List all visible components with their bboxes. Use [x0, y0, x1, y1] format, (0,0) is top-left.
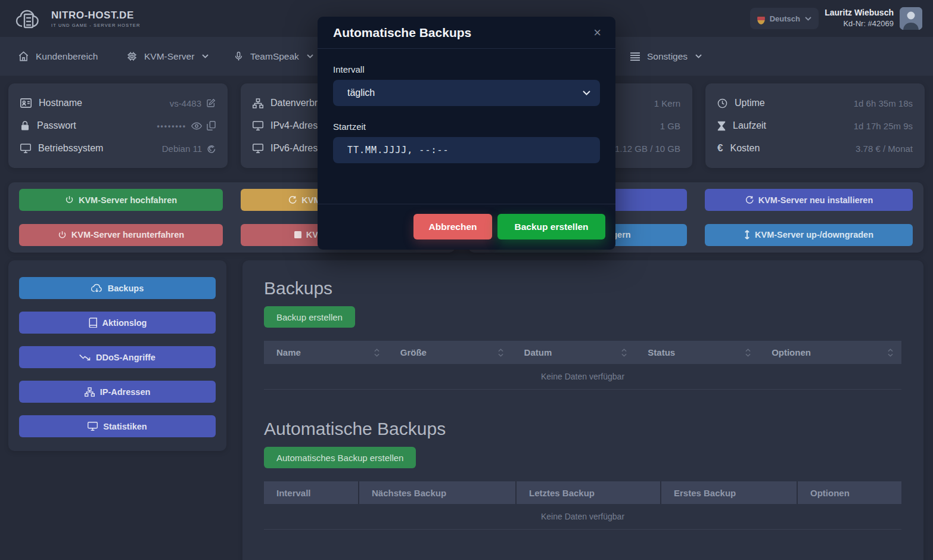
backups-title: Backups	[264, 278, 901, 298]
power-icon	[58, 231, 67, 239]
chevron-down-icon	[805, 17, 811, 21]
restart-icon	[288, 195, 297, 204]
uptime-label: Uptime	[735, 98, 765, 108]
sidebar-item-ddos[interactable]: DDoS-Angriffe	[19, 346, 216, 368]
kvm-reinstall-button[interactable]: KVM-Server neu installieren	[705, 189, 913, 211]
create-auto-backup-button[interactable]: Automatisches Backup erstellen	[264, 447, 416, 468]
password-value: ••••••••	[157, 122, 186, 130]
power-icon	[65, 195, 74, 204]
column-header-optionen[interactable]: Optionen	[798, 481, 900, 504]
column-header-optionen[interactable]: Optionen	[759, 341, 901, 364]
language-selector[interactable]: Deutsch	[750, 8, 819, 29]
stop-icon	[294, 231, 301, 238]
create-backup-button[interactable]: Backup erstellen	[264, 306, 355, 328]
trend-down-icon	[79, 354, 91, 361]
network-icon	[253, 98, 263, 108]
close-icon[interactable]: ×	[593, 26, 601, 39]
start-time-label: Startzeit	[333, 122, 600, 132]
sidebar-item-statistiken[interactable]: Statistiken	[19, 415, 216, 437]
column-header-naechstes-backup[interactable]: Nächstes Backup	[359, 481, 517, 504]
uptime-row: Uptime 1d 6h 35m 18s	[717, 92, 913, 114]
hostname-value: vs-4483	[170, 98, 201, 108]
nav-item-kvm-server[interactable]: KVM-Server	[126, 37, 209, 76]
brand-name: NITRO-HOST.DE	[51, 10, 140, 21]
id-card-icon	[20, 98, 32, 108]
auto-backups-empty-state: Keine Daten verfügbar	[264, 504, 901, 530]
hourglass-icon	[717, 121, 726, 131]
ram-value: 1 GB	[660, 121, 680, 131]
edit-icon[interactable]	[206, 98, 216, 108]
debian-icon[interactable]	[207, 144, 216, 153]
cancel-button[interactable]: Abbrechen	[413, 214, 492, 239]
sort-icon	[745, 349, 751, 357]
sidebar-item-aktionslog[interactable]: Aktionslog	[19, 312, 216, 334]
auto-backups-table-header: Intervall Nächstes Backup Letztes Backup…	[264, 481, 901, 504]
cost-row: €Kosten 3.78 € / Monat	[717, 137, 913, 160]
billing-info-card: Uptime 1d 6h 35m 18s Laufzeit 1d 17h 25m…	[705, 83, 925, 168]
copy-icon[interactable]	[207, 121, 216, 130]
column-header-letztes-backup[interactable]: Letztes Backup	[517, 481, 661, 504]
sort-icon	[498, 349, 503, 357]
backups-table: Name Größe Datum Status Optionen Keine D…	[264, 341, 901, 390]
sort-icon	[621, 349, 627, 357]
column-header-name[interactable]: Name	[264, 341, 388, 364]
language-label: Deutsch	[770, 14, 800, 23]
auto-backups-title: Automatische Backups	[264, 419, 901, 439]
sort-icon	[374, 349, 380, 357]
sort-icon	[888, 349, 893, 357]
auto-backups-table: Intervall Nächstes Backup Letztes Backup…	[264, 481, 901, 530]
hostname-label: Hostname	[39, 98, 82, 108]
brand-logo[interactable]: NITRO-HOST.DE IT UND GAME - SERVER HOSTE…	[14, 6, 140, 31]
lock-icon	[20, 120, 30, 131]
microphone-icon	[234, 51, 244, 62]
nav-label: Sonstiges	[647, 51, 688, 62]
kvm-shutdown-button[interactable]: KVM-Server herunterfahren	[19, 224, 223, 246]
chevron-down-icon	[307, 54, 313, 58]
interval-value: täglich	[347, 88, 375, 98]
up-down-icon	[744, 230, 750, 239]
monitor-icon	[88, 422, 98, 431]
modal-title: Automatische Backups	[333, 26, 471, 40]
server-info-card: Hostname vs-4483 Passwort •••••••• Betri…	[8, 83, 228, 168]
os-row: Betriebssystem Debian 11	[20, 137, 216, 160]
nav-item-teamspeak[interactable]: TeamSpeak	[234, 37, 313, 76]
sidebar-item-backups[interactable]: Backups	[19, 277, 216, 299]
nav-item-sonstiges[interactable]: Sonstiges	[630, 37, 702, 76]
disk-value: 1.12 GB / 10 GB	[615, 144, 680, 154]
start-time-input[interactable]	[333, 137, 600, 163]
column-header-intervall[interactable]: Intervall	[264, 481, 359, 504]
runtime-label: Laufzeit	[733, 120, 766, 131]
avatar[interactable]	[900, 7, 922, 30]
chevron-down-icon	[695, 54, 702, 58]
cpu-value: 1 Kern	[654, 98, 680, 108]
column-header-datum[interactable]: Datum	[512, 341, 636, 364]
chevron-down-icon	[583, 91, 590, 95]
sidebar-panel: Backups Aktionslog DDoS-Angriffe IP-Adre…	[8, 260, 226, 451]
runtime-row: Laufzeit 1d 17h 25m 9s	[717, 114, 913, 137]
password-label: Passwort	[37, 120, 76, 131]
nav-label: Kundenbereich	[36, 51, 98, 62]
home-icon	[18, 51, 29, 62]
kvm-start-button[interactable]: KVM-Server hochfahren	[19, 189, 223, 211]
uptime-value: 1d 6h 35m 18s	[854, 98, 913, 108]
column-header-erstes-backup[interactable]: Erstes Backup	[661, 481, 798, 504]
hostname-row: Hostname vs-4483	[20, 92, 216, 114]
monitor-icon	[253, 144, 263, 153]
sidebar-item-ip-adressen[interactable]: IP-Adressen	[19, 381, 216, 403]
nav-item-kundenbereich[interactable]: Kundenbereich	[18, 37, 98, 76]
column-header-groesse[interactable]: Größe	[388, 341, 512, 364]
monitor-icon	[253, 121, 263, 130]
eye-icon[interactable]	[191, 122, 202, 130]
kvm-upgrade-button[interactable]: KVM-Server up-/downgraden	[705, 224, 913, 246]
german-flag-icon	[757, 13, 765, 24]
column-header-status[interactable]: Status	[635, 341, 759, 364]
modal-header: Automatische Backups ×	[318, 17, 615, 49]
user-info[interactable]: Lauritz Wiebusch Kd-Nr: #42069	[825, 7, 894, 29]
create-backup-submit-button[interactable]: Backup erstellen	[497, 214, 605, 239]
cloud-server-logo-icon	[14, 6, 45, 31]
monitor-icon	[20, 144, 31, 153]
auto-backup-modal: Automatische Backups × Intervall täglich…	[318, 17, 615, 250]
modal-footer: Abbrechen Backup erstellen	[318, 204, 615, 239]
backups-empty-state: Keine Daten verfügbar	[264, 364, 901, 390]
interval-select[interactable]: täglich	[333, 80, 600, 106]
